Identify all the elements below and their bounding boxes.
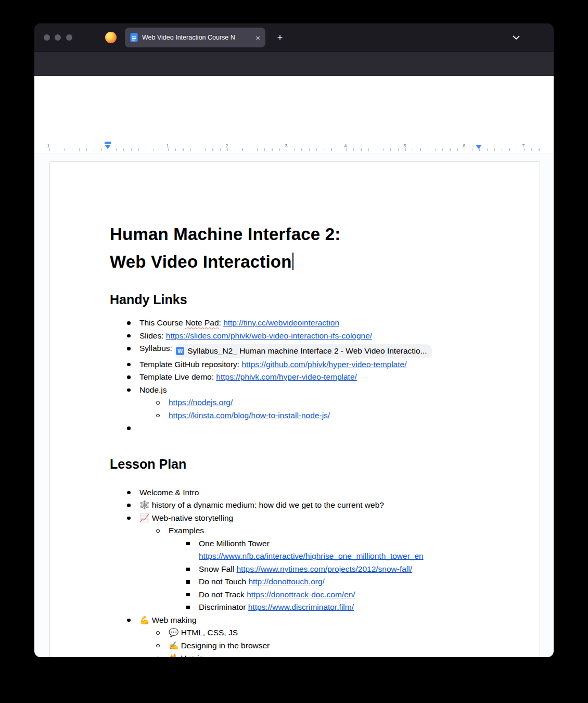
doc-list-item-text: https://kinsta.com/blog/how-to-install-n… <box>169 411 330 420</box>
doc-text: 💪 Web making <box>139 616 197 624</box>
bullet-marker <box>186 568 190 571</box>
doc-heading-title-line2: Web Video Interaction <box>110 248 478 275</box>
doc-text: Node.js <box>139 385 167 394</box>
ruler[interactable]: 11234567 <box>34 141 554 154</box>
doc-link[interactable]: https://www.discriminator.film/ <box>248 602 354 611</box>
doc-text: One Millionth Tower <box>199 539 270 548</box>
doc-link[interactable]: https://kinsta.com/blog/how-to-install-n… <box>169 411 330 420</box>
doc-list-item: Examples <box>110 524 478 537</box>
doc-list-item: Snow Fall https://www.nytimes.com/projec… <box>110 563 478 576</box>
bullet-marker <box>156 631 160 635</box>
doc-list-item: Welcome & Intro <box>110 486 478 499</box>
doc-heading-title-line1: Human Machine Interface 2: <box>110 220 478 248</box>
doc-text: : <box>219 318 224 327</box>
traffic-light-close[interactable] <box>44 34 50 41</box>
bullet-marker <box>127 619 131 622</box>
doc-link[interactable]: https://slides.com/phivk/web-video-inter… <box>166 331 372 340</box>
lesson-plan-list: Welcome & Intro🕸️ history of a dynamic m… <box>110 486 478 658</box>
tab-close-icon[interactable]: × <box>255 34 260 42</box>
bullet-marker <box>127 347 131 350</box>
traffic-light-minimize[interactable] <box>55 34 61 41</box>
misspelled-text: Note Pad <box>185 318 219 327</box>
doc-text: Do not Track <box>199 590 247 599</box>
bullet-marker <box>127 504 131 507</box>
bullet-marker <box>127 363 131 367</box>
word-file-icon: W <box>176 347 184 355</box>
ruler-number: 3 <box>285 143 287 148</box>
doc-list-item: 💬 HTML, CSS, JS <box>110 626 478 639</box>
doc-list-item-text: Discriminator https://www.discriminator.… <box>199 602 354 611</box>
doc-list-item: 🖖 Vue.js <box>110 652 478 657</box>
docs-toolbar-area: A✓ 100% Title Inter <box>34 116 554 141</box>
doc-link[interactable]: http://donottouch.org/ <box>248 577 325 586</box>
document-page[interactable]: Human Machine Interface 2: Web Video Int… <box>49 161 540 657</box>
browser-window: Web Video Interaction Course N × + ← → <box>34 23 554 657</box>
doc-link[interactable]: http://tiny.cc/webvideointeraction <box>223 318 339 327</box>
doc-list-item: Template Live demo: https://phivk.com/hy… <box>110 371 478 384</box>
doc-list-item: Template GitHub repository: https://gith… <box>110 358 478 371</box>
doc-list-item: Do not Touch http://donottouch.org/ <box>110 575 478 588</box>
doc-text: 🖖 Vue.js <box>169 654 203 657</box>
bullet-marker <box>156 644 160 648</box>
doc-list-item-text: Do not Touch http://donottouch.org/ <box>199 577 325 586</box>
file-chip[interactable]: WSyllabus_N2_ Human machine Interface 2 … <box>174 344 431 358</box>
bullet-marker <box>186 580 190 584</box>
doc-list-item: Node.js <box>110 384 478 397</box>
right-margin-marker[interactable] <box>476 145 482 149</box>
doc-text: 💬 HTML, CSS, JS <box>169 628 238 637</box>
doc-list-item-text: Node.js <box>139 385 167 394</box>
doc-list-item-text: https://nodejs.org/ <box>169 398 233 407</box>
list-all-tabs-icon[interactable] <box>509 30 523 45</box>
bullet-marker <box>127 426 131 430</box>
doc-list-item-text: ✍️ Designing in the browser <box>169 641 270 650</box>
left-margin-marker[interactable] <box>105 145 111 149</box>
doc-list-item: https://kinsta.com/blog/how-to-install-n… <box>110 409 478 422</box>
doc-link[interactable]: https://donottrack-doc.com/en/ <box>247 590 355 599</box>
bullet-marker <box>186 593 190 597</box>
doc-link[interactable]: https://phivk.com/hyper-video-template/ <box>216 372 357 381</box>
doc-text: Template Live demo: <box>139 372 216 381</box>
first-line-indent-marker[interactable] <box>105 142 111 144</box>
doc-text: Snow Fall <box>199 564 236 573</box>
doc-link[interactable]: https://nodejs.org/ <box>169 398 233 407</box>
bullet-marker <box>186 606 190 609</box>
doc-list-item: Syllabus: WSyllabus_N2_ Human machine In… <box>110 342 478 358</box>
file-chip-label: Syllabus_N2_ Human machine Interface 2 -… <box>187 345 427 358</box>
doc-list-item-text: This Course Note Pad: http://tiny.cc/web… <box>139 318 339 327</box>
doc-list-item: One Millionth Tower https://www.nfb.ca/i… <box>110 537 478 563</box>
bullet-marker <box>127 375 131 379</box>
bullet-marker <box>127 321 131 325</box>
doc-link[interactable]: https://www.nfb.ca/interactive/highrise_… <box>199 551 424 560</box>
doc-list-item: ✍️ Designing in the browser <box>110 639 478 652</box>
bullet-marker <box>127 388 131 392</box>
ruler-number: 4 <box>344 143 347 148</box>
new-tab-button[interactable]: + <box>273 30 287 45</box>
doc-link[interactable]: https://www.nytimes.com/projects/2012/sn… <box>236 564 412 573</box>
doc-text: 🕸️ history of a dynamic medium: how did … <box>139 500 384 509</box>
docs-favicon-icon <box>130 33 138 42</box>
doc-list-item: 🕸️ history of a dynamic medium: how did … <box>110 499 478 512</box>
doc-list-item-text: Template Live demo: https://phivk.com/hy… <box>139 372 357 381</box>
bullet-marker <box>127 334 131 338</box>
doc-link[interactable]: https://github.com/phivk/hyper-video-tem… <box>241 360 406 369</box>
doc-text: Welcome & Intro <box>139 488 199 497</box>
bullet-marker <box>156 529 160 533</box>
doc-list-item: Do not Track https://donottrack-doc.com/… <box>110 588 478 601</box>
browser-tab[interactable]: Web Video Interaction Course N × <box>125 28 265 47</box>
doc-list-item-text: One Millionth Tower https://www.nfb.ca/i… <box>199 539 424 561</box>
screenshot-stage: Web Video Interaction Course N × + ← → <box>0 0 588 703</box>
bullet-marker <box>156 401 160 405</box>
ruler-ticks <box>49 148 541 151</box>
doc-text: ✍️ Designing in the browser <box>169 641 270 650</box>
doc-list-item-text: Syllabus: WSyllabus_N2_ Human machine In… <box>139 344 432 353</box>
doc-list-item-text: Template GitHub repository: https://gith… <box>139 360 406 369</box>
traffic-light-zoom[interactable] <box>66 34 72 41</box>
doc-text: 📈 Web-native storytelling <box>139 513 233 522</box>
doc-text: This Course <box>139 318 185 327</box>
text-cursor <box>292 253 293 270</box>
ruler-number: 2 <box>225 143 228 148</box>
tab-strip: Web Video Interaction Course N × + <box>34 23 554 52</box>
doc-list-item-text: Examples <box>169 526 204 535</box>
ruler-number: 1 <box>47 143 49 148</box>
tab-title: Web Video Interaction Course N <box>142 34 251 41</box>
